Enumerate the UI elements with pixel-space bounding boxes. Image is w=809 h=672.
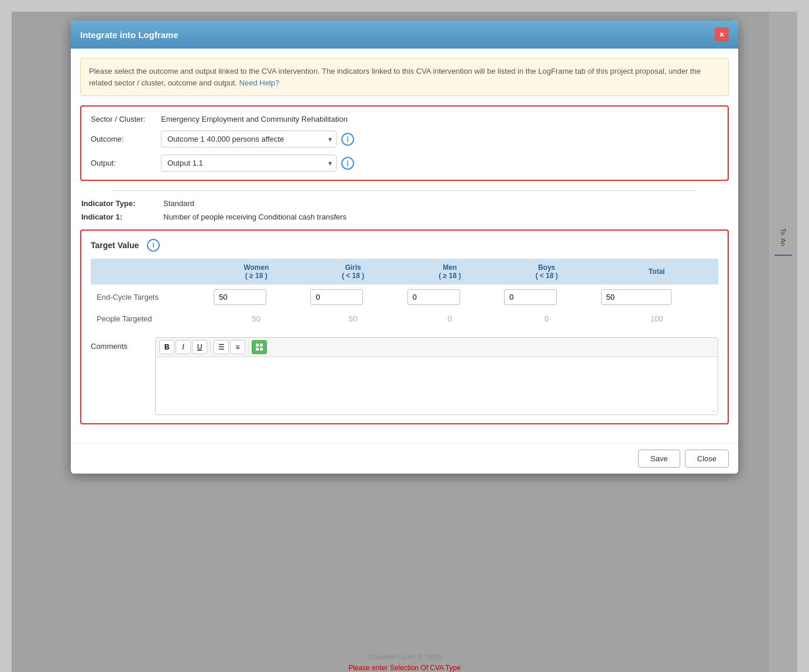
th-girls: Girls ( < 18 ) [304,259,401,284]
people-targeted-girls: 50 [310,314,395,323]
people-targeted-men: 0 [407,314,492,323]
toolbar-separator [210,342,211,352]
info-banner: Please select the outcome and output lin… [80,58,729,96]
sector-cluster-row: Sector / Cluster: Emergency Employment a… [91,115,718,124]
outcome-label: Outcome: [91,135,161,143]
output-select[interactable]: Output 1.1 [161,155,337,172]
need-help-link[interactable]: Need Help? [239,78,280,87]
people-targeted-total-cell: 100 [595,310,719,328]
people-targeted-women: 50 [214,314,299,323]
target-value-section: Target Value i Women ( ≥ 18 ) [80,229,729,424]
editor-toolbar: B I U ☰ ≡ [156,338,718,357]
ordered-list-icon: ≡ [235,343,239,351]
modal-overlay: Integrate into Logframe × Please select … [12,12,797,672]
character-count-hint: Character Count: 0 / 1000 [368,653,442,660]
underline-button[interactable]: U [192,340,207,354]
sector-cluster-value: Emergency Employment and Community Rehab… [161,115,348,124]
table-header-row: Women ( ≥ 18 ) Girls ( < 18 ) Men ( ≥ 18… [91,259,718,284]
indicator1-row: Indicator 1: Number of people receiving … [81,212,728,221]
divider [112,190,696,191]
table-row: People Targeted 50 50 0 [91,310,718,328]
outcome-info-icon[interactable]: i [341,133,354,146]
end-cycle-label: End-Cycle Targets [91,284,208,310]
table-row: End-Cycle Targets [91,284,718,310]
modal-title: Integrate into Logframe [80,30,179,40]
indicator1-label: Indicator 1: [81,212,163,221]
th-men: Men ( ≥ 18 ) [402,259,498,284]
th-total: Total [595,259,719,284]
th-empty [91,259,208,284]
target-info-icon[interactable]: i [147,239,160,252]
people-targeted-girls-cell: 50 [304,310,401,328]
end-cycle-girls-input[interactable] [310,289,363,305]
end-cycle-men-input[interactable] [407,289,460,305]
editor-resize-handle: ⌟ [156,404,718,414]
target-table: Women ( ≥ 18 ) Girls ( < 18 ) Men ( ≥ 18… [91,259,718,328]
output-label: Output: [91,159,161,167]
output-info-icon[interactable]: i [341,157,354,170]
unordered-list-button[interactable]: ☰ [214,340,229,354]
sector-outcome-section: Sector / Cluster: Emergency Employment a… [80,105,729,181]
indicator-type-value: Standard [163,199,194,208]
close-button[interactable]: Close [685,450,729,468]
people-targeted-women-cell: 50 [208,310,304,328]
outcome-select[interactable]: Outcome 1 40,000 persons affecte [161,131,337,148]
comments-label: Comments [91,337,155,351]
outcome-select-wrapper: Outcome 1 40,000 persons affecte ▾ [161,131,337,148]
modal-close-button[interactable]: × [715,28,729,42]
grid-icon [256,344,263,351]
end-cycle-boys-cell [498,284,595,310]
page-background: To An Integrate into Logframe × Please s… [12,12,797,672]
people-targeted-total: 100 [601,314,713,323]
end-cycle-boys-input[interactable] [504,289,557,305]
resize-icon: ⌟ [712,405,715,413]
people-targeted-label: People Targeted [91,310,208,328]
end-cycle-girls-cell [304,284,401,310]
modal-footer: Save Close [71,443,738,474]
italic-button[interactable]: I [176,340,191,354]
end-cycle-women-cell [208,284,304,310]
end-cycle-men-cell [402,284,498,310]
th-women: Women ( ≥ 18 ) [208,259,304,284]
th-boys: Boys ( < 18 ) [498,259,595,284]
people-targeted-boys-cell: 0 [498,310,595,328]
outcome-row: Outcome: Outcome 1 40,000 persons affect… [91,131,718,148]
target-section-title: Target Value i [91,239,718,252]
ordered-list-button[interactable]: ≡ [230,340,245,354]
toolbar-separator-2 [248,342,249,352]
sector-cluster-label: Sector / Cluster: [91,115,161,124]
indicator-type-label: Indicator Type: [81,199,163,208]
modal-body: Please select the outcome and output lin… [71,49,738,443]
comments-textarea[interactable] [156,357,718,404]
indicator1-value: Number of people receiving Conditional c… [163,212,347,221]
modal-dialog: Integrate into Logframe × Please select … [71,20,738,474]
end-cycle-women-input[interactable] [214,289,266,305]
output-row: Output: Output 1.1 ▾ i [91,155,718,172]
modal-header: Integrate into Logframe × [71,20,738,49]
end-cycle-total-input[interactable] [601,289,671,305]
grid-button[interactable] [252,340,267,354]
save-button[interactable]: Save [638,450,680,468]
error-hint: Please enter Selection Of CVA Type [348,664,461,672]
comments-row: Comments B I U ☰ ≡ [91,337,718,415]
people-targeted-boys: 0 [504,314,589,323]
indicator-section: Indicator Type: Standard Indicator 1: Nu… [80,199,729,221]
indicator-type-row: Indicator Type: Standard [81,199,728,208]
output-select-wrapper: Output 1.1 ▾ [161,155,337,172]
end-cycle-total-cell [595,284,719,310]
people-targeted-men-cell: 0 [402,310,498,328]
list-icon: ☰ [218,343,225,351]
info-banner-text: Please select the outcome and output lin… [89,67,701,87]
bold-button[interactable]: B [159,340,174,354]
comments-editor: B I U ☰ ≡ [155,337,718,415]
